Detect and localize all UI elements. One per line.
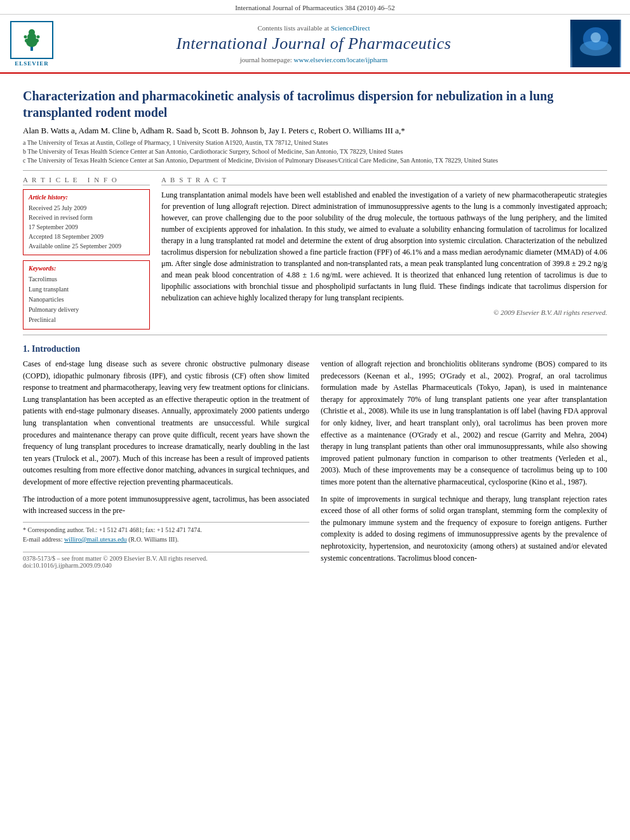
intro-left-col: Cases of end-stage lung disease such as … (23, 358, 309, 569)
tree-icon (19, 28, 44, 52)
affiliations: a The University of Texas at Austin, Col… (23, 138, 607, 165)
affiliation-b: b The University of Texas Health Science… (23, 147, 607, 156)
journal-info: Contents lists available at ScienceDirec… (64, 20, 564, 67)
keyword-4: Pulmonary delivery (29, 305, 144, 315)
received-date: Received 25 July 2009 (29, 203, 144, 213)
available-online: Available online 25 September 2009 (29, 241, 144, 251)
keyword-1: Tacrolimus (29, 274, 144, 284)
authors-line: Alan B. Watts a, Adam M. Cline b, Adham … (23, 126, 607, 136)
divider-2 (23, 335, 607, 335)
sciencedirect-link[interactable]: ScienceDirect (331, 24, 370, 32)
keywords-block: Keywords: Tacrolimus Lung transplant Nan… (23, 260, 150, 330)
footnote-corresponding: * Corresponding author. Tel.: +1 512 471… (23, 525, 309, 535)
homepage-link[interactable]: www.elsevier.com/locate/ijpharm (294, 56, 388, 63)
revised-date: 17 September 2009 (29, 222, 144, 232)
doi-text: doi:10.1016/j.ijpharm.2009.09.040 (23, 562, 309, 569)
journal-homepage: journal homepage: www.elsevier.com/locat… (240, 56, 388, 63)
intro-heading: 1. Introduction (23, 344, 607, 354)
left-column: A R T I C L E I N F O Article history: R… (23, 176, 150, 330)
intro-para-1: Cases of end-stage lung disease such as … (23, 358, 309, 488)
main-content: Characterization and pharmacokinetic ana… (0, 74, 630, 575)
received-revised-label: Received in revised form (29, 213, 144, 222)
elsevier-logo: ELSEVIER (6, 20, 57, 67)
email-note: (R.O. Williams III). (128, 536, 178, 543)
svg-point-7 (37, 35, 40, 38)
svg-point-5 (35, 39, 39, 43)
bottom-bar: 0378-5173/$ – see front matter © 2009 El… (23, 552, 309, 569)
keyword-2: Lung transplant (29, 284, 144, 295)
article-history-block: Article history: Received 25 July 2009 R… (23, 189, 150, 255)
svg-point-11 (591, 32, 601, 43)
intro-columns: Cases of end-stage lung disease such as … (23, 358, 607, 569)
svg-point-3 (29, 29, 35, 36)
abstract-text: Lung transplantation animal models have … (161, 189, 607, 303)
authors-text: Alan B. Watts a, Adam M. Cline b, Adham … (23, 126, 405, 135)
article-info-label: A R T I C L E I N F O (23, 176, 150, 185)
info-abstract-section: A R T I C L E I N F O Article history: R… (23, 176, 607, 330)
abstract-label: A B S T R A C T (161, 176, 607, 185)
affiliation-a: a The University of Texas at Austin, Col… (23, 138, 607, 147)
cover-image-placeholder (572, 20, 620, 67)
logo-box (10, 21, 53, 59)
email-link[interactable]: williro@mail.utexas.edu (64, 536, 127, 543)
footnote-email: E-mail address: williro@mail.utexas.edu … (23, 535, 309, 544)
intro-para-4: In spite of improvements in surgical tec… (321, 493, 607, 564)
intro-para-2: The introduction of a more potent immuno… (23, 493, 309, 517)
page: International Journal of Pharmaceutics 3… (0, 0, 630, 840)
journal-header: ELSEVIER Contents lists available at Sci… (0, 15, 630, 74)
keywords-title: Keywords: (29, 265, 144, 272)
journal-citation: International Journal of Pharmaceutics 3… (0, 0, 630, 15)
journal-title: International Journal of Pharmaceutics (177, 34, 452, 53)
cover-art (572, 20, 620, 67)
right-column: A B S T R A C T Lung transplantation ani… (161, 176, 607, 330)
copyright-line: © 2009 Elsevier B.V. All rights reserved… (161, 309, 607, 316)
accepted-date: Accepted 18 September 2009 (29, 232, 144, 241)
article-title: Characterization and pharmacokinetic ana… (23, 88, 607, 121)
footnote-section: * Corresponding author. Tel.: +1 512 471… (23, 522, 309, 544)
intro-para-3: vention of allograft rejection and bronc… (321, 358, 607, 488)
svg-point-6 (24, 35, 27, 38)
introduction-section: 1. Introduction Cases of end-stage lung … (23, 344, 607, 569)
email-label: E-mail address: (23, 536, 62, 543)
issn-text: 0378-5173/$ – see front matter © 2009 El… (23, 555, 309, 562)
citation-text: International Journal of Pharmaceutics 3… (235, 4, 395, 11)
intro-right-col: vention of allograft rejection and bronc… (321, 358, 607, 569)
journal-cover-image (570, 20, 621, 67)
affiliation-c: c The University of Texas Health Science… (23, 156, 607, 165)
keyword-3: Nanoparticles (29, 295, 144, 305)
divider-1 (23, 170, 607, 171)
svg-point-4 (25, 39, 29, 43)
contents-line: Contents lists available at ScienceDirec… (257, 24, 370, 32)
svg-point-10 (580, 41, 612, 56)
keyword-5: Preclinical (29, 315, 144, 325)
elsevier-name: ELSEVIER (15, 60, 49, 67)
article-history-title: Article history: (29, 194, 144, 201)
